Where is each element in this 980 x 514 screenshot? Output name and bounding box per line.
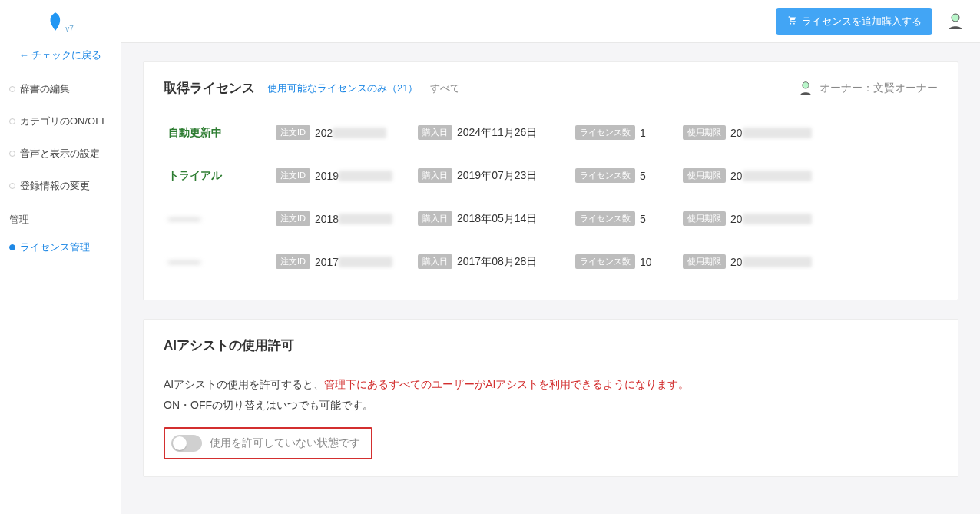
buy-label: ライセンスを追加購入する [802,15,922,28]
sidebar: v7 ← チェックに戻る 辞書の編集 カテゴリのON/OFF 音声と表示の設定 … [0,0,121,514]
buydate-cell: 購入日2018年05月14日 [418,211,568,226]
licenses-header: 取得ライセンス 使用可能なライセンスのみ（21） すべて オーナー：文賢オーナー [164,79,938,97]
count-tag: ライセンス数 [575,125,635,140]
ai-toggle-box: 使用を許可していない状態です [164,427,372,459]
license-row: トライアル注文ID2019購入日2019年07月23日ライセンス数5使用期限20 [164,154,938,197]
buy-date: 2018年05月14日 [457,212,537,226]
owner-icon [798,81,813,96]
ai-title: AIアシストの使用許可 [164,337,294,354]
license-row: ———注文ID2017購入日2017年08月28日ライセンス数10使用期限20 [164,240,938,283]
redacted [339,214,392,224]
radio-icon [9,86,15,92]
logo-version: v7 [65,25,74,33]
ai-switch-label: 使用を許可していない状態です [210,436,360,450]
buydate-cell: 購入日2024年11月26日 [418,125,568,140]
nav-label: 音声と表示の設定 [20,147,100,161]
redacted [339,171,392,181]
count-cell: ライセンス数5 [575,211,675,226]
license-status: ——— [168,256,268,268]
main: ライセンスを追加購入する 取得ライセンス 使用可能なライセンスのみ（21） すべ… [121,0,980,514]
count-cell: ライセンス数1 [575,125,675,140]
count-tag: ライセンス数 [575,168,635,183]
order-id-prefix: 2019 [315,170,339,182]
order-id-prefix: 202 [315,127,333,139]
nav: 辞書の編集 カテゴリのON/OFF 音声と表示の設定 登録情報の変更 管理 ライ… [0,73,121,264]
order-id-prefix: 2017 [315,256,339,268]
buy-license-button[interactable]: ライセンスを追加購入する [776,8,932,35]
topbar: ライセンスを追加購入する [121,0,980,43]
license-status: ——— [168,213,268,225]
count-cell: ライセンス数5 [575,168,675,183]
license-count: 10 [640,256,652,268]
ai-assist-card: AIアシストの使用許可 AIアシストの使用を許可すると、管理下にあるすべてのユー… [143,319,958,477]
nav-item-sound-display[interactable]: 音声と表示の設定 [0,138,121,170]
redacted [743,257,812,267]
radio-icon [9,118,15,124]
filter-all[interactable]: すべて [430,81,460,95]
exp-tag: 使用期限 [683,125,726,140]
count-tag: ライセンス数 [575,254,635,269]
license-rows: 自動更新中注文ID202購入日2024年11月26日ライセンス数1使用期限20ト… [164,111,938,283]
buydate-cell: 購入日2017年08月28日 [418,254,568,269]
buydate-tag: 購入日 [418,211,452,226]
order-cell: 注文ID2017 [276,254,410,269]
exp-cell: 使用期限20 [683,125,829,140]
license-status: 自動更新中 [168,126,268,140]
nav-item-category[interactable]: カテゴリのON/OFF [0,105,121,138]
ai-desc-line2: ON・OFFの切り替えはいつでも可能です。 [164,399,373,411]
redacted [339,257,392,267]
user-avatar-icon[interactable] [946,12,965,31]
nav-item-dictionary[interactable]: 辞書の編集 [0,73,121,105]
radio-icon [9,183,15,189]
redacted [743,128,812,138]
logo[interactable]: v7 [0,12,121,35]
redacted [743,214,812,224]
exp-cell: 使用期限20 [683,211,829,226]
exp-tag: 使用期限 [683,211,726,226]
nav-label: ライセンス管理 [20,240,90,254]
license-count: 5 [640,213,646,225]
order-tag: 注文ID [276,211,310,226]
nav-label: カテゴリのON/OFF [20,114,108,128]
nav-item-account[interactable]: 登録情報の変更 [0,170,121,202]
buy-date: 2024年11月26日 [457,126,537,140]
nav-section-label: 管理 [0,202,121,231]
exp-prefix: 20 [730,256,743,268]
svg-point-2 [952,14,959,22]
order-tag: 注文ID [276,125,310,140]
exp-prefix: 20 [730,127,743,139]
nav-item-license[interactable]: ライセンス管理 [0,231,121,264]
svg-point-1 [793,23,795,25]
buy-date: 2019年07月23日 [457,169,537,183]
exp-tag: 使用期限 [683,254,726,269]
radio-icon [9,151,15,157]
order-cell: 注文ID2019 [276,168,410,183]
licenses-card: 取得ライセンス 使用可能なライセンスのみ（21） すべて オーナー：文賢オーナー… [143,61,958,300]
exp-prefix: 20 [730,213,743,225]
buy-date: 2017年08月28日 [457,255,537,269]
buydate-tag: 購入日 [418,125,452,140]
back-link[interactable]: ← チェックに戻る [0,42,121,73]
owner-box: オーナー：文賢オーナー [798,81,938,96]
exp-tag: 使用期限 [683,168,726,183]
redacted [333,128,386,138]
owner-label: オーナー：文賢オーナー [819,81,938,95]
cart-icon [786,15,797,28]
license-count: 5 [640,170,646,182]
count-cell: ライセンス数10 [575,254,675,269]
svg-point-3 [803,81,809,88]
filter-available[interactable]: 使用可能なライセンスのみ（21） [267,81,418,95]
order-cell: 注文ID202 [276,125,410,140]
exp-cell: 使用期限20 [683,168,829,183]
order-id-prefix: 2018 [315,213,339,225]
ai-toggle-switch[interactable] [171,435,202,452]
licenses-title: 取得ライセンス [164,79,255,97]
radio-icon [9,244,15,250]
buydate-cell: 購入日2019年07月23日 [418,168,568,183]
exp-prefix: 20 [730,170,743,182]
license-row: ———注文ID2018購入日2018年05月14日ライセンス数5使用期限20 [164,197,938,240]
exp-cell: 使用期限20 [683,254,829,269]
buydate-tag: 購入日 [418,168,452,183]
license-status: トライアル [168,169,268,183]
svg-point-0 [790,23,791,25]
